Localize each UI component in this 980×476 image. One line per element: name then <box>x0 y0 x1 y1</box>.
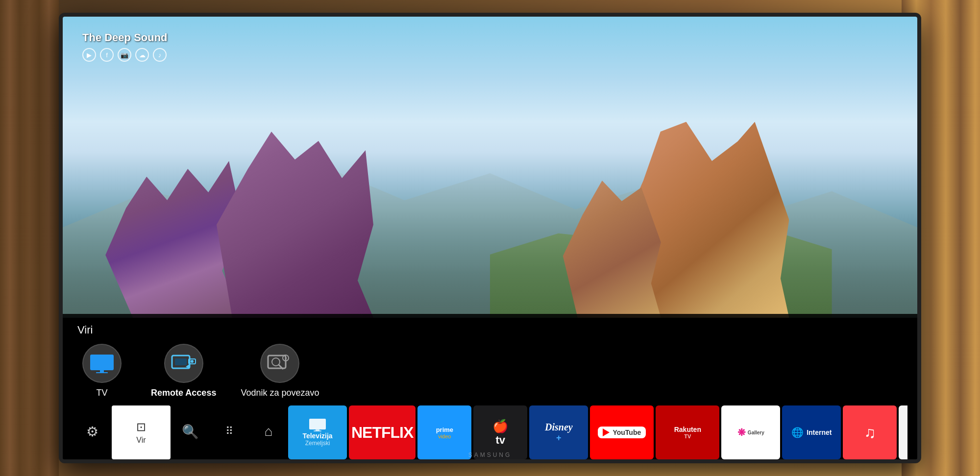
gallery-flower-icon: ❋ <box>737 427 746 438</box>
svg-rect-4 <box>175 358 187 365</box>
tv-source-icon-circle <box>82 344 122 383</box>
internet-circle-icon: 🌐 <box>791 427 804 438</box>
svg-point-6 <box>191 360 194 363</box>
prime-text: prime <box>436 426 453 433</box>
source-item-vodnik[interactable]: ? Vodnik za povezavo <box>241 344 319 398</box>
app-tile-music[interactable]: ♫ <box>843 405 897 459</box>
app-tile-rakuten[interactable]: Rakuten TV <box>656 405 719 459</box>
channel-overlay: The Deep Sound ▶ f 📷 ☁ ♪ <box>82 31 168 62</box>
app-tile-netflix[interactable]: NETFLIX <box>349 405 416 459</box>
televizija-sublabel: Zemeljski <box>305 440 330 447</box>
sources-label: Viri <box>77 324 903 336</box>
bottom-panel: Viri TV <box>63 314 917 459</box>
social-icons-row: ▶ f 📷 ☁ ♪ <box>82 48 168 62</box>
sources-row: TV <box>77 344 903 398</box>
samsung-logo: SAMSUNG <box>468 452 512 458</box>
app-tile-promotion[interactable]: SAMSUNGPROMOTION <box>899 405 907 459</box>
wood-panel-left <box>0 0 59 476</box>
svg-rect-2 <box>96 372 108 373</box>
vodnik-icon: ? <box>267 353 293 374</box>
svg-rect-14 <box>314 430 321 431</box>
app-tile-youtube[interactable]: YouTube <box>590 405 654 459</box>
facebook-social-icon: f <box>100 48 114 62</box>
svg-rect-12 <box>309 419 326 429</box>
search-icon: 🔍 <box>182 424 199 440</box>
youtube-play-icon <box>603 428 610 436</box>
disney-plus: + <box>556 433 562 443</box>
tv-screen: The Deep Sound ▶ f 📷 ☁ ♪ Viri <box>63 17 917 459</box>
app-tile-internet[interactable]: 🌐 Internet <box>782 405 841 459</box>
soundcloud-social-icon: ☁ <box>135 48 149 62</box>
tv-frame: The Deep Sound ▶ f 📷 ☁ ♪ Viri <box>59 13 921 463</box>
apps-row: Televizija Zemeljski NETFLIX prime video… <box>288 405 907 459</box>
instagram-social-icon: 📷 <box>118 48 131 62</box>
tiktok-social-icon: ♪ <box>153 48 167 62</box>
disney-text: Disney <box>545 422 573 433</box>
music-note-icon: ♫ <box>864 424 876 442</box>
nav-item-apps[interactable]: ⠿ <box>210 405 249 459</box>
home-icon: ⌂ <box>265 424 273 439</box>
youtube-text: YouTube <box>612 428 641 436</box>
settings-icon: ⚙ <box>86 424 98 440</box>
apps-grid-icon: ⠿ <box>225 425 233 438</box>
youtube-social-icon: ▶ <box>82 48 96 62</box>
gallery-text: Gallery <box>748 430 764 435</box>
prime-subtext: video <box>438 433 451 439</box>
internet-logo: 🌐 Internet <box>791 427 832 438</box>
rock-formation-4 <box>563 181 661 318</box>
nav-item-search[interactable]: 🔍 <box>171 405 210 459</box>
source-item-tv[interactable]: TV <box>77 344 126 398</box>
remote-access-label: Remote Access <box>151 388 216 398</box>
youtube-logo: YouTube <box>598 427 646 438</box>
app-tile-prime[interactable]: prime video <box>417 405 471 459</box>
background-landscape <box>63 17 917 318</box>
televizija-label: Televizija <box>302 432 332 440</box>
remote-access-icon-circle <box>164 344 203 383</box>
svg-text:?: ? <box>285 357 287 361</box>
nav-item-home[interactable]: ⌂ <box>249 405 288 459</box>
sources-section: Viri TV <box>77 324 903 398</box>
netflix-logo-text: NETFLIX <box>351 424 413 442</box>
appletv-text: tv <box>496 434 506 447</box>
gallery-label-row: ❋ Gallery <box>737 427 764 438</box>
tv-source-icon <box>89 354 115 373</box>
source-icon: ⊡ <box>136 420 146 434</box>
nav-item-settings[interactable]: ⚙ <box>73 405 112 459</box>
televizija-icon <box>309 418 326 432</box>
channel-name: The Deep Sound <box>82 31 168 44</box>
internet-text: Internet <box>807 428 832 436</box>
source-nav-label: Vir <box>136 436 146 445</box>
app-tile-gallery[interactable]: ❋ Gallery <box>721 405 780 459</box>
apple-icon: 🍎 <box>492 419 508 434</box>
rakuten-text: Rakuten <box>674 426 701 433</box>
vodnik-icon-circle: ? <box>260 344 299 383</box>
vodnik-label: Vodnik za povezavo <box>241 388 319 398</box>
app-tile-televizija[interactable]: Televizija Zemeljski <box>288 405 347 459</box>
remote-access-icon <box>171 353 196 374</box>
tv-source-label: TV <box>96 388 107 398</box>
source-item-remote-access[interactable]: Remote Access <box>151 344 216 398</box>
rakuten-tv-text: TV <box>684 433 691 439</box>
svg-rect-0 <box>90 355 114 370</box>
nav-item-source[interactable]: ⊡ Vir <box>112 405 171 459</box>
app-tile-disney[interactable]: Disney + <box>529 405 588 459</box>
rock-formation-2 <box>217 132 373 318</box>
